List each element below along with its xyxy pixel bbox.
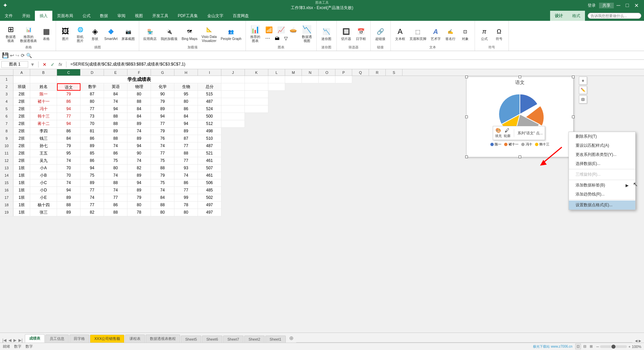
cell-f17[interactable]: 79 xyxy=(127,194,151,202)
cell-c17[interactable]: 89 xyxy=(57,194,80,202)
cell-g8[interactable]: 79 xyxy=(151,128,174,135)
cell-d11[interactable]: 85 xyxy=(80,150,104,157)
tab-file[interactable]: 文件 xyxy=(0,11,17,21)
cell-a11[interactable]: 2班 xyxy=(13,150,30,157)
cell-i7[interactable]: 512 xyxy=(198,120,221,128)
cell-i8[interactable]: 498 xyxy=(198,128,221,135)
cell-d9[interactable]: 86 xyxy=(80,135,104,142)
app-store-btn[interactable]: 🏪 应用商店 xyxy=(142,26,158,42)
row-num-13[interactable]: 13 xyxy=(0,165,13,172)
cell-a17[interactable]: 1班 xyxy=(13,194,30,202)
line-chart-btn[interactable]: 📈 xyxy=(275,26,287,34)
cell-a18[interactable]: 1班 xyxy=(13,202,30,209)
col-header-s[interactable]: S xyxy=(386,69,402,76)
tab-insert[interactable]: 插入 xyxy=(35,11,52,21)
cell-e10[interactable]: 74 xyxy=(104,142,127,150)
tab-next-btn[interactable]: ▶ xyxy=(12,338,17,343)
pivot-table-btn[interactable]: ⊞ 数据透视表 xyxy=(4,24,17,44)
cell-f11[interactable]: 90 xyxy=(127,150,151,157)
cell-m1[interactable] xyxy=(285,76,302,83)
cell-i13[interactable]: 507 xyxy=(198,165,221,172)
signature-btn[interactable]: ✍ 签名行 xyxy=(444,26,457,42)
cell-i18[interactable]: 497 xyxy=(198,202,221,209)
cell-i5[interactable]: 524 xyxy=(198,105,221,113)
cell-f16[interactable]: 89 xyxy=(127,187,151,194)
cell-k3[interactable] xyxy=(245,91,268,98)
cell-e18[interactable]: 86 xyxy=(104,202,127,209)
cell-e12[interactable]: 75 xyxy=(104,157,127,165)
chart-handle-l[interactable] xyxy=(465,116,468,118)
cell-d16[interactable]: 77 xyxy=(80,187,104,194)
cell-k5[interactable] xyxy=(245,105,268,113)
cell-l2[interactable] xyxy=(268,83,285,91)
cell-g15[interactable]: 75 xyxy=(151,179,174,187)
cell-b19[interactable]: 张三 xyxy=(30,209,57,216)
cancel-formula-btn[interactable]: ✕ xyxy=(41,62,48,67)
redo-btn[interactable]: ↪ xyxy=(15,53,19,58)
wordart-btn[interactable]: A 艺术字 xyxy=(429,26,442,42)
cell-h9[interactable]: 87 xyxy=(174,135,198,142)
menu-format-datapoint[interactable]: 设置数据点格式(E)... xyxy=(569,201,635,210)
hyperlink-btn[interactable]: 🔗 超链接 xyxy=(374,26,387,42)
col-header-d[interactable]: D xyxy=(80,69,104,76)
cell-e14[interactable]: 74 xyxy=(104,172,127,179)
area-chart-btn[interactable]: 🏔 xyxy=(273,35,281,42)
col-header-e[interactable]: E xyxy=(104,69,127,76)
col-header-i[interactable]: I xyxy=(198,69,221,76)
cell-f4[interactable]: 88 xyxy=(127,98,151,105)
cell-i4[interactable]: 487 xyxy=(198,98,221,105)
cell-h5[interactable]: 86 xyxy=(174,105,198,113)
cell-b5[interactable]: 冯十 xyxy=(30,105,57,113)
cell-e7[interactable]: 88 xyxy=(104,120,127,128)
cell-h3[interactable]: 95 xyxy=(174,91,198,98)
tab-prev-btn[interactable]: ◀ xyxy=(7,338,12,343)
cell-e8[interactable]: 89 xyxy=(104,128,127,135)
zoom-in-btn[interactable]: + xyxy=(628,345,630,349)
cell-a8[interactable]: 2班 xyxy=(13,128,30,135)
cell-e2[interactable]: 英语 xyxy=(104,83,127,91)
chart-handle-tr[interactable] xyxy=(572,76,575,78)
row-num-5[interactable]: 5 xyxy=(0,105,13,113)
tab-last-btn[interactable]: ▶| xyxy=(17,338,23,343)
cell-f7[interactable]: 89 xyxy=(127,120,151,128)
cell-a5[interactable]: 2班 xyxy=(13,105,30,113)
search-input[interactable] xyxy=(588,13,641,19)
cell-f13[interactable]: 82 xyxy=(127,165,151,172)
row-num-1[interactable]: 1 xyxy=(0,76,13,83)
online-picture-btn[interactable]: 🌐 联机图片 xyxy=(73,24,87,44)
cell-g18[interactable]: 88 xyxy=(151,202,174,209)
cell-h8[interactable]: 89 xyxy=(174,128,198,135)
more-charts-btn[interactable]: ▽ xyxy=(282,35,290,42)
header-footer-btn[interactable]: ⬚ 页眉和页脚 xyxy=(408,26,428,42)
menu-add-labels[interactable]: 添加数据标签(B) ▶ xyxy=(569,181,635,190)
menu-3d-rotation[interactable]: 三维旋转(R)... xyxy=(569,170,635,179)
cell-g10[interactable]: 74 xyxy=(151,142,174,150)
row-num-9[interactable]: 9 xyxy=(0,135,13,142)
cell-title[interactable]: 学生成绩表 xyxy=(57,76,221,83)
cell-d10[interactable]: 89 xyxy=(80,142,104,150)
timeline-btn[interactable]: 📅 日字框 xyxy=(354,26,368,42)
cell-b9[interactable]: 钱三 xyxy=(30,135,57,142)
cell-d15[interactable]: 89 xyxy=(80,179,104,187)
cell-c19[interactable]: 89 xyxy=(57,209,80,216)
row-num-4[interactable]: 4 xyxy=(0,98,13,105)
cell-j1[interactable] xyxy=(221,76,245,83)
cell-i3[interactable]: 515 xyxy=(198,91,221,98)
cell-k1[interactable] xyxy=(245,76,268,83)
confirm-formula-btn[interactable]: ✓ xyxy=(49,62,56,67)
sheet-tab-sheet5[interactable]: Sheet5 xyxy=(181,336,201,343)
col-header-r[interactable]: R xyxy=(369,69,386,76)
cell-h16[interactable]: 77 xyxy=(174,187,198,194)
slicer-btn[interactable]: 🔲 切片器 xyxy=(339,26,353,42)
sparkline-btn[interactable]: 📉 迷你图 xyxy=(320,26,333,42)
sheet-tab-sheet6[interactable]: Sheet6 xyxy=(202,336,222,343)
close-btn[interactable]: ✕ xyxy=(632,2,641,9)
cell-e9[interactable]: 88 xyxy=(104,135,127,142)
cell-g3[interactable]: 90 xyxy=(151,91,174,98)
col-header-n[interactable]: N xyxy=(302,69,319,76)
cell-h12[interactable]: 77 xyxy=(174,157,198,165)
cell-d8[interactable]: 81 xyxy=(80,128,104,135)
col-header-p[interactable]: P xyxy=(335,69,352,76)
zoom-out-btn[interactable]: ─ xyxy=(596,345,599,349)
cell-b3[interactable]: 陈一 xyxy=(30,91,57,98)
